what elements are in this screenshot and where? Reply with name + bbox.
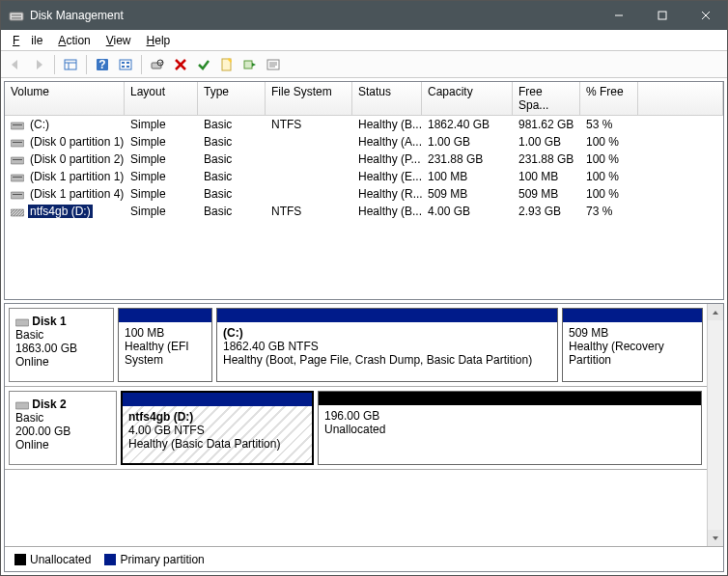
svg-rect-7 — [65, 60, 76, 69]
partition-stripe — [319, 392, 701, 405]
col-type[interactable]: Type — [198, 82, 266, 115]
scrollbar[interactable] — [707, 304, 723, 546]
disk-row: Disk 2Basic200.00 GBOnlinentfs4gb (D:)4.… — [5, 387, 707, 470]
new-button[interactable] — [216, 54, 238, 75]
col-status[interactable]: Status — [352, 82, 422, 115]
disk-type: Basic — [15, 328, 43, 342]
col-capacity[interactable]: Capacity — [422, 82, 513, 115]
volume-status: Healthy (R... — [352, 186, 422, 202]
volume-capacity: 1862.40 GB — [422, 117, 513, 132]
volume-free: 1.00 GB — [513, 134, 580, 150]
menu-file[interactable]: File — [7, 32, 48, 49]
legend-primary: Primary partition — [104, 553, 204, 566]
svg-rect-34 — [13, 177, 22, 178]
partition-stripe — [563, 309, 702, 322]
menubar: File Action View Help — [1, 30, 727, 51]
volume-capacity: 509 MB — [422, 186, 513, 202]
volume-free: 981.62 GB — [513, 117, 580, 132]
volume-row[interactable]: (C:)SimpleBasicNTFSHealthy (B...1862.40 … — [5, 116, 723, 133]
volume-status: Healthy (E... — [352, 169, 422, 184]
disk-graphical-view: Disk 1Basic1863.00 GBOnline100 MBHealthy… — [4, 303, 724, 572]
partition-stripe — [119, 309, 211, 322]
volume-name: (Disk 0 partition 2) — [28, 152, 125, 166]
volume-fs — [266, 134, 352, 150]
col-volume[interactable]: Volume — [5, 82, 125, 115]
svg-rect-22 — [244, 61, 252, 69]
forward-button[interactable] — [28, 54, 49, 75]
volume-list[interactable]: Volume Layout Type File System Status Ca… — [4, 81, 724, 300]
volume-status: Healthy (P... — [352, 151, 422, 167]
scroll-up-icon[interactable] — [708, 304, 723, 320]
svg-text:?: ? — [98, 58, 105, 71]
disk-row: Disk 1Basic1863.00 GBOnline100 MBHealthy… — [5, 304, 707, 387]
help-button[interactable]: ? — [92, 54, 113, 75]
partition[interactable]: 100 MBHealthy (EFI System — [118, 308, 212, 382]
svg-rect-0 — [10, 13, 23, 20]
back-button[interactable] — [5, 54, 26, 75]
menu-help[interactable]: Help — [141, 32, 177, 49]
volume-name: (Disk 1 partition 1) — [28, 170, 125, 183]
svg-rect-12 — [120, 60, 131, 69]
col-pfree[interactable]: % Free — [580, 82, 638, 115]
volume-capacity: 4.00 GB — [422, 204, 513, 219]
menu-action[interactable]: Action — [52, 32, 96, 49]
show-hide-button[interactable] — [60, 54, 81, 75]
partition-size: 100 MB — [125, 326, 164, 340]
delete-button[interactable] — [170, 54, 191, 75]
scroll-down-icon[interactable] — [708, 530, 723, 546]
refresh-button[interactable] — [147, 54, 168, 75]
volume-layout: Simple — [125, 151, 198, 167]
svg-rect-2 — [12, 17, 21, 19]
volume-capacity: 1.00 GB — [422, 134, 513, 150]
disk-state: Online — [15, 438, 49, 452]
volume-free: 231.88 GB — [513, 151, 580, 167]
partition[interactable]: ntfs4gb (D:)4.00 GB NTFSHealthy (Basic D… — [121, 391, 314, 465]
minimize-button[interactable] — [597, 1, 640, 30]
volume-fs — [266, 186, 352, 202]
disk-info[interactable]: Disk 1Basic1863.00 GBOnline — [9, 308, 114, 382]
volume-layout: Simple — [125, 169, 198, 184]
volume-row[interactable]: (Disk 1 partition 1)SimpleBasicHealthy (… — [5, 168, 723, 185]
volume-row[interactable]: ntfs4gb (D:)SimpleBasicNTFSHealthy (B...… — [5, 203, 723, 220]
volume-type: Basic — [198, 117, 266, 132]
partition[interactable]: 196.00 GBUnallocated — [318, 391, 702, 465]
volume-row[interactable]: (Disk 0 partition 1)SimpleBasicHealthy (… — [5, 133, 723, 151]
volume-pfree: 100 % — [580, 169, 638, 184]
volume-name: (C:) — [28, 118, 51, 131]
volume-name: ntfs4gb (D:) — [28, 205, 93, 218]
svg-rect-15 — [122, 66, 125, 68]
partition-size: 196.00 GB — [324, 409, 379, 423]
volume-row[interactable]: (Disk 0 partition 2)SimpleBasicHealthy (… — [5, 151, 723, 168]
volume-type: Basic — [198, 151, 266, 167]
disk-size: 200.00 GB — [15, 425, 70, 438]
partition[interactable]: 509 MBHealthy (Recovery Partition — [562, 308, 703, 382]
volume-layout: Simple — [125, 134, 198, 150]
svg-rect-32 — [13, 159, 22, 160]
extend-button[interactable] — [239, 54, 261, 75]
volume-free: 100 MB — [513, 169, 580, 184]
partition-status: Healthy (EFI System — [125, 340, 189, 367]
partition-size: 509 MB — [569, 326, 608, 340]
volume-status: Healthy (B... — [352, 117, 422, 132]
menu-view[interactable]: View — [100, 32, 137, 49]
svg-rect-31 — [11, 157, 24, 164]
apply-button[interactable] — [193, 54, 214, 75]
volume-pfree: 100 % — [580, 186, 638, 202]
col-free[interactable]: Free Spa... — [513, 82, 580, 115]
settings-button[interactable] — [115, 54, 136, 75]
disk-size: 1863.00 GB — [15, 342, 77, 355]
svg-rect-30 — [13, 142, 22, 143]
col-layout[interactable]: Layout — [125, 82, 198, 115]
volume-row[interactable]: (Disk 1 partition 4)SimpleBasicHealthy (… — [5, 185, 723, 203]
volume-type: Basic — [198, 204, 266, 219]
col-filesystem[interactable]: File System — [266, 82, 352, 115]
svg-rect-28 — [13, 124, 22, 125]
disk-info[interactable]: Disk 2Basic200.00 GBOnline — [9, 391, 117, 465]
maximize-button[interactable] — [640, 1, 684, 30]
partition[interactable]: (C:)1862.40 GB NTFSHealthy (Boot, Page F… — [216, 308, 558, 382]
properties-button[interactable] — [263, 54, 284, 75]
svg-rect-16 — [126, 66, 129, 68]
close-button[interactable] — [684, 1, 727, 30]
partition-status: Healthy (Recovery Partition — [569, 340, 664, 367]
legend: Unallocated Primary partition — [5, 546, 723, 571]
